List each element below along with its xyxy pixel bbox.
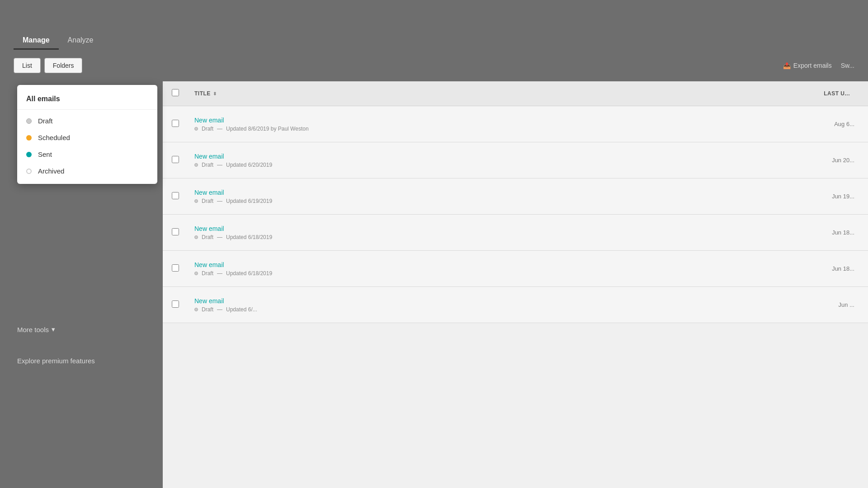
row-3-title[interactable]: New email (194, 189, 823, 196)
row-2-status: Draft (202, 162, 213, 168)
row-2-info: New email Draft — Updated 6/20/2019 (194, 153, 823, 168)
toolbar: List Folders 📤 Export emails Sw... (0, 50, 868, 81)
row-5-checkbox[interactable] (172, 264, 179, 272)
table-row: New email Draft — Updated 6/18/2019 Jun … (163, 251, 868, 287)
filter-draft[interactable]: Draft (17, 113, 157, 129)
archived-label: Archived (38, 167, 64, 175)
dropdown-header: All emails (17, 89, 157, 110)
table-row: New email Draft — Updated 6/... Jun ... (163, 287, 868, 323)
chevron-down-icon: ▾ (52, 325, 55, 333)
more-tools-button[interactable]: More tools ▾ (17, 325, 55, 333)
row-checkbox-3[interactable] (172, 192, 185, 201)
row-3-updated: Updated 6/19/2019 (226, 198, 272, 204)
table-header: TITLE ⬍ LAST U... (163, 81, 868, 106)
row-2-updated: Updated 6/20/2019 (226, 162, 272, 168)
row-2-checkbox[interactable] (172, 156, 179, 163)
row-6-meta: Draft — Updated 6/... (194, 306, 830, 313)
row-1-status-dot (194, 127, 198, 131)
scheduled-label: Scheduled (38, 134, 70, 141)
table-row: New email Draft — Updated 6/20/2019 Jun … (163, 142, 868, 178)
select-all-checkbox[interactable] (172, 89, 179, 96)
row-6-date: Jun ... (839, 301, 859, 308)
header-checkbox-col (172, 89, 185, 98)
row-2-meta: Draft — Updated 6/20/2019 (194, 162, 823, 168)
row-1-checkbox[interactable] (172, 120, 179, 127)
title-column-label: TITLE (194, 90, 211, 97)
row-2-title[interactable]: New email (194, 153, 823, 160)
row-4-status: Draft (202, 234, 213, 240)
row-5-meta: Draft — Updated 6/18/2019 (194, 270, 823, 277)
toolbar-actions: 📤 Export emails Sw... (783, 62, 854, 69)
row-3-status: Draft (202, 198, 213, 204)
filter-archived[interactable]: Archived (17, 163, 157, 179)
sent-label: Sent (38, 150, 52, 158)
table-row: New email Draft — Updated 6/19/2019 Jun … (163, 178, 868, 215)
row-4-meta: Draft — Updated 6/18/2019 (194, 234, 823, 240)
filter-scheduled[interactable]: Scheduled (17, 129, 157, 146)
export-icon: 📤 (783, 62, 791, 69)
archived-status-dot (26, 169, 32, 174)
row-1-status: Draft (202, 126, 213, 132)
row-4-checkbox[interactable] (172, 228, 179, 235)
tab-manage[interactable]: Manage (14, 31, 59, 50)
switch-button[interactable]: Sw... (841, 62, 854, 69)
row-6-title[interactable]: New email (194, 297, 830, 305)
row-checkbox-5[interactable] (172, 264, 185, 273)
draft-label: Draft (38, 117, 53, 125)
table-row: New email Draft — Updated 6/18/2019 Jun … (163, 215, 868, 251)
row-3-status-dot (194, 199, 198, 203)
row-5-info: New email Draft — Updated 6/18/2019 (194, 261, 823, 277)
title-column-header: TITLE ⬍ (194, 90, 815, 97)
row-4-date: Jun 18... (832, 229, 859, 236)
row-checkbox-1[interactable] (172, 120, 185, 129)
list-button[interactable]: List (14, 58, 41, 73)
table-row: New email Draft — Updated 8/6/2019 by Pa… (163, 106, 868, 142)
row-1-title[interactable]: New email (194, 117, 825, 124)
tab-analyze[interactable]: Analyze (59, 31, 103, 50)
export-label: Export emails (793, 62, 832, 69)
draft-status-dot (26, 118, 32, 124)
row-2-status-dot (194, 163, 198, 167)
sort-icon[interactable]: ⬍ (213, 91, 217, 96)
row-3-meta: Draft — Updated 6/19/2019 (194, 198, 823, 204)
row-2-date: Jun 20... (832, 157, 859, 164)
filter-sent[interactable]: Sent (17, 146, 157, 163)
sent-status-dot (26, 152, 32, 157)
row-5-status-dot (194, 272, 198, 275)
row-5-updated: Updated 6/18/2019 (226, 270, 272, 277)
explore-premium-button[interactable]: Explore premium features (17, 357, 95, 365)
row-6-info: New email Draft — Updated 6/... (194, 297, 830, 313)
last-updated-column-header: LAST U... (824, 90, 859, 97)
row-checkbox-2[interactable] (172, 156, 185, 165)
row-1-info: New email Draft — Updated 8/6/2019 by Pa… (194, 117, 825, 132)
email-filter-dropdown: All emails Draft Scheduled Sent Archived (17, 85, 157, 184)
email-table: TITLE ⬍ LAST U... New email Draft — Upda… (163, 81, 868, 488)
row-5-date: Jun 18... (832, 265, 859, 272)
scheduled-status-dot (26, 135, 32, 141)
row-5-status: Draft (202, 270, 213, 277)
more-tools-label: More tools (17, 326, 49, 333)
row-checkbox-6[interactable] (172, 300, 185, 310)
row-3-info: New email Draft — Updated 6/19/2019 (194, 189, 823, 204)
main-container: Manage Analyze List Folders 📤 Export ema… (0, 0, 868, 488)
row-4-info: New email Draft — Updated 6/18/2019 (194, 225, 823, 240)
row-1-meta: Draft — Updated 8/6/2019 by Paul Weston (194, 126, 825, 132)
row-4-status-dot (194, 235, 198, 239)
row-1-updated: Updated 8/6/2019 by Paul Weston (226, 126, 309, 132)
row-6-updated: Updated 6/... (226, 306, 257, 313)
row-6-status-dot (194, 308, 198, 311)
row-5-title[interactable]: New email (194, 261, 823, 268)
view-toggle: List Folders (14, 58, 82, 73)
row-checkbox-4[interactable] (172, 228, 185, 237)
export-emails-button[interactable]: 📤 Export emails (783, 62, 832, 69)
row-6-status: Draft (202, 306, 213, 313)
row-1-date: Aug 6... (834, 121, 859, 127)
row-6-checkbox[interactable] (172, 300, 179, 308)
header: Manage Analyze (0, 0, 868, 50)
row-3-date: Jun 19... (832, 193, 859, 200)
row-4-updated: Updated 6/18/2019 (226, 234, 272, 240)
folders-button[interactable]: Folders (44, 58, 83, 73)
row-4-title[interactable]: New email (194, 225, 823, 232)
row-3-checkbox[interactable] (172, 192, 179, 199)
